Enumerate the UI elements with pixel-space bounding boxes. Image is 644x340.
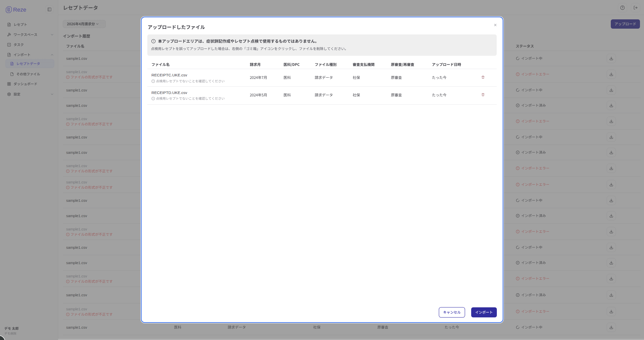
svg-text:RECEIPTC.UKE.csv: RECEIPTC.UKE.csv [151, 73, 187, 77]
svg-text:RECEIPTD.UKE.csv: RECEIPTD.UKE.csv [151, 90, 187, 95]
